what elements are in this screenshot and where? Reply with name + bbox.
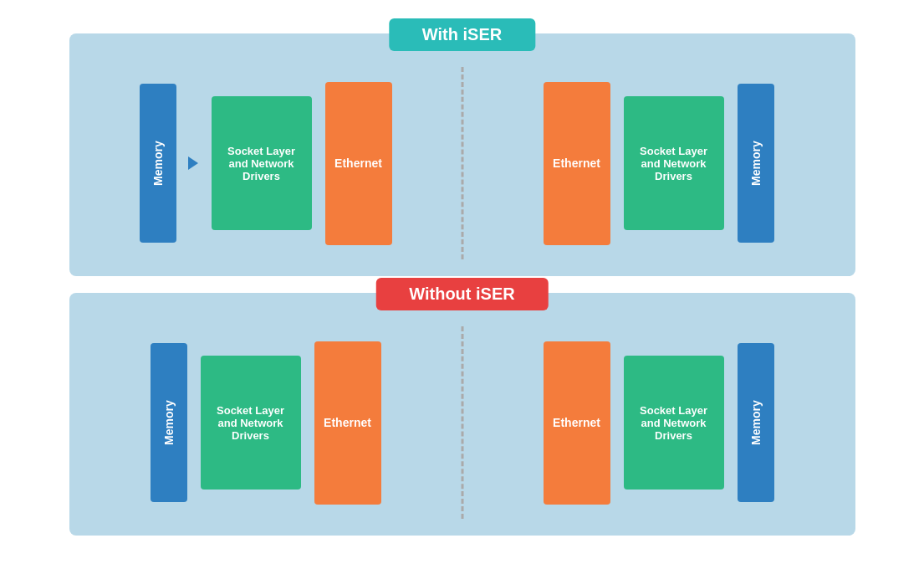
without-right-side: Ethernet Socket Layer and Network Driver… [462, 326, 839, 519]
with-left-side: Memory Socket Layer and Network Drivers … [86, 67, 462, 259]
with-iser-section: With iSER Memory Socket Layer and Networ… [69, 33, 855, 276]
without-left-socket: Socket Layer and Network Drivers [201, 356, 301, 490]
with-right-side: Ethernet Socket Layer and Network Driver… [462, 67, 839, 259]
without-title-text: Without iSER [409, 284, 514, 303]
without-iser-section: Without iSER Memory Socket Layer and Net… [69, 293, 855, 536]
with-right-memory: Memory [738, 84, 774, 243]
without-left-side: Memory Socket Layer and Network Drivers … [86, 326, 462, 519]
with-right-socket: Socket Layer and Network Drivers [624, 96, 724, 230]
without-iser-diagram: Memory Socket Layer and Network Drivers … [86, 326, 839, 519]
with-iser-title: With iSER [389, 18, 535, 51]
with-left-ethernet: Ethernet [325, 82, 392, 245]
without-right-memory: Memory [738, 343, 774, 502]
without-left-ethernet: Ethernet [314, 341, 381, 505]
with-left-arrow [188, 156, 198, 170]
with-left-memory: Memory [140, 84, 176, 243]
with-right-ethernet: Ethernet [544, 82, 610, 245]
with-title-text: With iSER [422, 25, 502, 44]
with-left-socket: Socket Layer and Network Drivers [212, 96, 312, 230]
with-iser-diagram: Memory Socket Layer and Network Drivers … [86, 67, 839, 259]
without-iser-title: Without iSER [375, 278, 548, 310]
without-left-memory: Memory [151, 343, 187, 502]
divider-with [461, 67, 463, 259]
divider-without [461, 326, 463, 519]
without-right-ethernet: Ethernet [544, 341, 610, 505]
without-right-socket: Socket Layer and Network Drivers [624, 356, 724, 490]
